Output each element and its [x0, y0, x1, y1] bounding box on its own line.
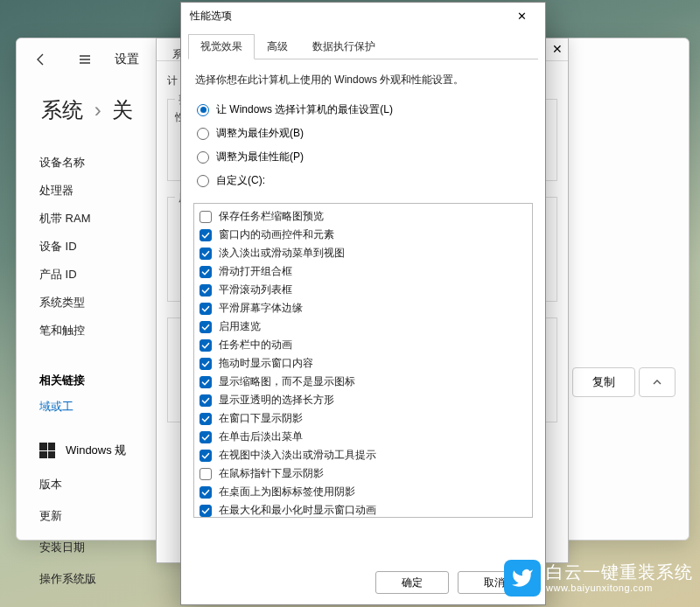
check-row[interactable]: 淡入淡出或滑动菜单到视图 [200, 244, 527, 262]
check-row[interactable]: 滑动打开组合框 [200, 262, 527, 281]
visual-effects-radio-group: 让 Windows 选择计算机的最佳设置(L) 调整为最佳外观(B) 调整为最佳… [181, 98, 545, 198]
copy-button[interactable]: 复制 [572, 367, 635, 397]
check-row[interactable]: 在桌面上为图标标签使用阴影 [200, 483, 527, 501]
settings-title: 设置 [115, 52, 139, 67]
check-label: 任务栏中的动画 [219, 338, 292, 352]
check-row[interactable]: 启用速览 [200, 317, 527, 336]
checkbox-icon [200, 394, 212, 407]
expand-button[interactable] [639, 367, 676, 397]
check-row[interactable]: 拖动时显示窗口内容 [200, 354, 527, 373]
check-row[interactable]: 在鼠标指针下显示阴影 [200, 464, 527, 483]
watermark-title: 白云一键重装系统 [546, 562, 693, 583]
radio-icon [197, 104, 209, 116]
radio-icon [197, 175, 209, 187]
tab-visual-effects[interactable]: 视觉效果 [188, 34, 255, 59]
checkbox-icon [200, 266, 212, 278]
copy-controls: 复制 [572, 367, 676, 397]
crumb-about: 关 [112, 98, 133, 122]
check-label: 显示亚透明的选择长方形 [219, 393, 334, 408]
check-label: 拖动时显示窗口内容 [219, 356, 313, 371]
performance-options-dialog: 性能选项 ✕ 视觉效果 高级 数据执行保护 选择你想在此计算机上使用的 Wind… [180, 2, 546, 605]
check-label: 在最大化和最小化时显示窗口动画 [219, 503, 376, 518]
windows-logo-icon [39, 443, 55, 458]
checkbox-icon [200, 211, 212, 223]
dialog-description: 选择你想在此计算机上使用的 Windows 外观和性能设置。 [181, 60, 545, 98]
radio-label: 让 Windows 选择计算机的最佳设置(L) [216, 102, 393, 117]
radio-best-performance[interactable]: 调整为最佳性能(P) [197, 145, 529, 169]
related-link-domain[interactable]: 域或工 [39, 395, 74, 418]
crumb-system[interactable]: 系统 [41, 98, 83, 122]
checkbox-icon [200, 358, 212, 370]
tab-advanced[interactable]: 高级 [255, 34, 300, 59]
close-button[interactable]: ✕ [507, 6, 536, 25]
ok-button[interactable]: 确定 [375, 571, 449, 594]
checkbox-icon [200, 248, 212, 260]
check-row[interactable]: 平滑屏幕字体边缘 [200, 299, 527, 317]
check-label: 在桌面上为图标标签使用阴影 [219, 485, 355, 499]
checkbox-icon [200, 229, 212, 241]
cancel-label: 取消 [484, 576, 505, 590]
dialog-tabs: 视觉效果 高级 数据执行保护 [181, 29, 545, 59]
check-label: 在窗口下显示阴影 [219, 411, 303, 426]
check-label: 在视图中淡入淡出或滑动工具提示 [219, 448, 376, 463]
check-row[interactable]: 在单击后淡出菜单 [200, 428, 527, 446]
checkbox-icon [200, 505, 212, 517]
check-row[interactable]: 平滑滚动列表框 [200, 281, 527, 299]
close-icon[interactable]: ✕ [552, 42, 563, 56]
check-label: 启用速览 [219, 319, 261, 334]
watermark-url: www.baiyunxitong.com [546, 583, 693, 594]
checkbox-icon [200, 284, 212, 297]
checkbox-icon [200, 376, 212, 388]
radio-icon [197, 151, 209, 164]
check-label: 窗口内的动画控件和元素 [219, 227, 334, 242]
watermark: 白云一键重装系统 www.baiyunxitong.com [504, 560, 693, 597]
check-row[interactable]: 在视图中淡入淡出或滑动工具提示 [200, 446, 527, 464]
check-label: 滑动打开组合框 [219, 264, 292, 279]
check-row[interactable]: 任务栏中的动画 [200, 336, 527, 354]
back-icon[interactable] [27, 45, 55, 73]
windows-spec-label: Windows 规 [66, 443, 126, 458]
dialog-title: 性能选项 [190, 9, 232, 24]
check-label: 在单击后淡出菜单 [219, 429, 303, 444]
radio-label: 自定义(C): [216, 173, 265, 188]
check-row[interactable]: 在最大化和最小化时显示窗口动画 [200, 501, 527, 518]
copy-label: 复制 [592, 374, 615, 390]
check-label: 淡入淡出或滑动菜单到视图 [219, 246, 345, 261]
check-row[interactable]: 显示缩略图，而不是显示图标 [200, 373, 527, 391]
check-row[interactable]: 窗口内的动画控件和元素 [200, 226, 527, 244]
radio-custom[interactable]: 自定义(C): [197, 169, 529, 192]
check-row[interactable]: 在窗口下显示阴影 [200, 409, 527, 428]
check-label: 在鼠标指针下显示阴影 [219, 466, 324, 481]
check-label: 显示缩略图，而不是显示图标 [219, 374, 355, 389]
radio-label: 调整为最佳外观(B) [216, 126, 304, 141]
check-label: 保存任务栏缩略图预览 [219, 209, 324, 224]
effects-checklist[interactable]: 保存任务栏缩略图预览窗口内的动画控件和元素淡入淡出或滑动菜单到视图滑动打开组合框… [193, 203, 533, 518]
checkbox-icon [200, 486, 212, 499]
check-label: 平滑屏幕字体边缘 [219, 301, 303, 316]
radio-label: 调整为最佳性能(P) [216, 150, 304, 164]
checkbox-icon [200, 303, 212, 315]
tab-dep[interactable]: 数据执行保护 [300, 34, 388, 59]
checkbox-icon [200, 450, 212, 462]
chevron-right-icon: › [89, 98, 107, 122]
check-row[interactable]: 显示亚透明的选择长方形 [200, 391, 527, 409]
chevron-up-icon [652, 377, 662, 387]
ok-label: 确定 [402, 576, 423, 590]
check-label: 平滑滚动列表框 [219, 283, 292, 297]
checkbox-icon [200, 339, 212, 352]
checkbox-icon [200, 431, 212, 443]
checkbox-icon [200, 321, 212, 333]
checkbox-icon [200, 468, 212, 480]
check-row[interactable]: 保存任务栏缩略图预览 [200, 207, 527, 226]
radio-icon [197, 128, 209, 140]
radio-best-appearance[interactable]: 调整为最佳外观(B) [197, 122, 529, 145]
radio-let-windows-choose[interactable]: 让 Windows 选择计算机的最佳设置(L) [197, 98, 529, 122]
menu-icon[interactable] [71, 45, 99, 73]
watermark-logo-icon [504, 560, 541, 597]
checkbox-icon [200, 413, 212, 425]
